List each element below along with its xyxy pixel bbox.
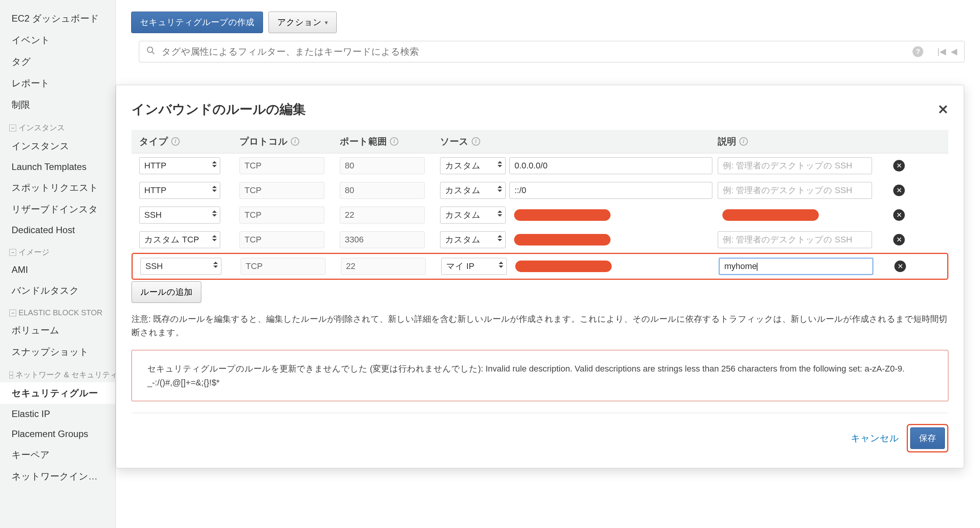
header-source: ソース [440, 135, 469, 148]
port-field: 80 [340, 182, 425, 199]
description-input[interactable]: 例: 管理者のデスクトップの SSH [718, 231, 872, 248]
sidebar-section-network[interactable]: −ネットワーク & セキュリティ [0, 363, 115, 382]
source-value-input[interactable] [511, 258, 713, 275]
rules-header: タイプi プロトコルi ポート範囲i ソースi 説明i [132, 130, 948, 153]
sidebar-item[interactable]: バンドルタスク [0, 280, 115, 301]
info-icon[interactable]: i [390, 137, 398, 146]
sidebar-section-instances[interactable]: −インスタンス [0, 116, 115, 135]
protocol-field: TCP [241, 258, 326, 275]
sidebar-section-label: インスタンス [19, 123, 65, 133]
actions-dropdown[interactable]: アクション▾ [268, 12, 337, 33]
redacted-value [515, 261, 612, 272]
header-type: タイプ [139, 135, 168, 148]
cancel-link[interactable]: キャンセル [851, 432, 899, 444]
description-input[interactable] [718, 207, 872, 224]
type-select[interactable]: SSH [140, 258, 221, 275]
info-icon[interactable]: i [291, 137, 299, 146]
type-select[interactable]: カスタム TCP [139, 231, 220, 248]
sidebar-section-images[interactable]: −イメージ [0, 240, 115, 260]
protocol-field: TCP [240, 207, 324, 224]
sidebar-item[interactable]: キーペア [0, 444, 115, 466]
toolbar: セキュリティグループの作成 アクション▾ [116, 0, 980, 41]
sidebar-item-security-groups[interactable]: セキュリティグルー [0, 382, 115, 404]
create-security-group-button[interactable]: セキュリティグループの作成 [131, 12, 263, 33]
rule-row: HTTPTCP80カスタム0.0.0.0/0例: 管理者のデスクトップの SSH… [132, 153, 948, 178]
sidebar-section-ebs[interactable]: −ELASTIC BLOCK STOR [0, 301, 115, 319]
sidebar-section-label: イメージ [19, 247, 49, 257]
sidebar-item[interactable]: タグ [0, 51, 115, 72]
sidebar-item[interactable]: Placement Groups [0, 424, 115, 444]
source-mode-select[interactable]: マイ IP [441, 258, 507, 275]
save-highlight: 保存 [907, 424, 948, 452]
type-select[interactable]: HTTP [139, 157, 220, 174]
source-mode-select[interactable]: カスタム [440, 231, 506, 248]
search-bar[interactable]: ? |◀ ◀ [139, 41, 965, 62]
sidebar-item[interactable]: レポート [0, 72, 115, 94]
collapse-icon[interactable]: − [9, 124, 16, 131]
sidebar-item[interactable]: ネットワークインターフェイス [0, 466, 115, 487]
actions-label: アクション [277, 17, 322, 28]
sidebar-item[interactable]: ボリューム [0, 319, 115, 341]
source-mode-select[interactable]: カスタム [440, 157, 506, 174]
pager: |◀ ◀ [937, 47, 957, 57]
redacted-value [722, 209, 819, 221]
info-icon[interactable]: i [739, 137, 748, 146]
source-value-input[interactable] [509, 231, 712, 248]
add-rule-button[interactable]: ルールの追加 [132, 281, 201, 303]
sidebar-item[interactable]: スポットリクエスト [0, 177, 115, 198]
sidebar-item[interactable]: Launch Templates [0, 157, 115, 177]
type-select[interactable]: HTTP [139, 182, 220, 199]
modal-title: インバウンドのルールの編集 [132, 101, 306, 118]
sidebar-item[interactable]: Elastic IP [0, 404, 115, 424]
type-select[interactable]: SSH [139, 207, 220, 224]
source-value-input[interactable]: ::/0 [509, 182, 712, 199]
delete-rule-icon[interactable]: ✕ [893, 209, 905, 221]
rule-row: SSHTCP22カスタム✕ [132, 203, 948, 227]
search-icon [146, 46, 155, 57]
delete-rule-icon[interactable]: ✕ [893, 234, 905, 246]
port-field: 22 [341, 258, 426, 275]
collapse-icon[interactable]: − [9, 372, 13, 378]
header-protocol: プロトコル [240, 135, 288, 148]
protocol-field: TCP [240, 182, 324, 199]
help-icon[interactable]: ? [913, 46, 923, 57]
source-mode-select[interactable]: カスタム [440, 207, 506, 224]
description-input[interactable]: 例: 管理者のデスクトップの SSH [718, 182, 872, 199]
close-icon[interactable]: ✕ [938, 102, 948, 117]
sidebar-section-label: ネットワーク & セキュリティ [15, 370, 115, 380]
collapse-icon[interactable]: − [9, 249, 16, 256]
edit-inbound-rules-modal: インバウンドのルールの編集 ✕ タイプi プロトコルi ポート範囲i ソースi … [116, 85, 964, 468]
description-input[interactable]: myhome| [719, 258, 873, 275]
sidebar-item[interactable]: EC2 ダッシュボード [0, 8, 115, 29]
delete-rule-icon[interactable]: ✕ [894, 261, 906, 272]
delete-rule-icon[interactable]: ✕ [893, 160, 905, 172]
collapse-icon[interactable]: − [9, 309, 16, 316]
source-mode-select[interactable]: カスタム [440, 182, 506, 199]
modal-footer: キャンセル 保存 [132, 413, 948, 452]
delete-rule-icon[interactable]: ✕ [893, 185, 905, 196]
redacted-value [514, 209, 611, 221]
source-value-input[interactable] [509, 207, 712, 224]
info-icon[interactable]: i [472, 137, 480, 146]
sidebar: EC2 ダッシュボード イベント タグ レポート 制限 −インスタンス インスタ… [0, 0, 116, 528]
rule-row: HTTPTCP80カスタム::/0例: 管理者のデスクトップの SSH✕ [132, 178, 948, 203]
source-value-input[interactable]: 0.0.0.0/0 [509, 157, 712, 174]
page-first-icon[interactable]: |◀ [937, 47, 946, 57]
sidebar-item[interactable]: AMI [0, 260, 115, 280]
chevron-down-icon: ▾ [325, 19, 328, 26]
sidebar-item[interactable]: インスタンス [0, 135, 115, 157]
info-icon[interactable]: i [171, 137, 180, 146]
description-input[interactable]: 例: 管理者のデスクトップの SSH [718, 157, 872, 174]
error-message: セキュリティグループのルールを更新できませんでした (変更は行われませんでした)… [132, 350, 948, 401]
sidebar-item[interactable]: スナップショット [0, 341, 115, 363]
sidebar-item[interactable]: イベント [0, 29, 115, 51]
sidebar-item[interactable]: Dedicated Host [0, 220, 115, 240]
note-text: 注意: 既存のルールを編集すると、編集したルールが削除されて、新しい詳細を含む新… [132, 312, 948, 339]
svg-line-1 [152, 52, 154, 54]
sidebar-item[interactable]: リザーブドインスタ [0, 198, 115, 220]
page-prev-icon[interactable]: ◀ [951, 47, 957, 57]
search-input[interactable] [162, 46, 906, 57]
save-button[interactable]: 保存 [910, 427, 945, 449]
rule-row: SSHTCP22マイ IPmyhome|✕ [132, 253, 948, 280]
sidebar-item[interactable]: 制限 [0, 94, 115, 116]
